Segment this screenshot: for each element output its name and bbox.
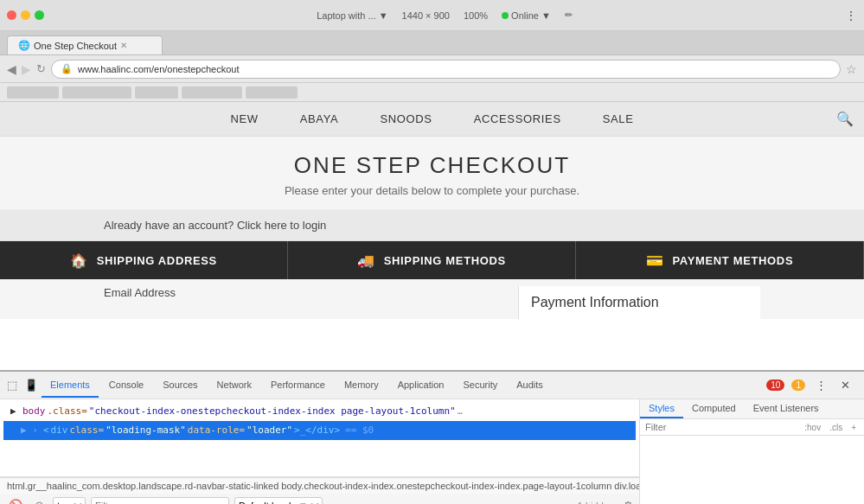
devtools-elements-area: ▶ body .class= "checkout-index-onestepch… — [0, 399, 639, 477]
nav-snoods[interactable]: SNOODS — [380, 112, 432, 125]
search-icon[interactable]: 🔍 — [836, 111, 854, 127]
back-btn[interactable]: ◀ — [7, 62, 16, 76]
dom-triangle-body[interactable]: ▶ — [10, 404, 21, 419]
console-settings-icon[interactable]: ⚙ — [623, 499, 634, 505]
inspect-element-icon[interactable]: ⬚ — [3, 377, 21, 394]
form-area: Email Address Payment Information — [0, 279, 864, 319]
devtools-left-pane: ▶ body .class= "checkout-index-onestepch… — [0, 399, 639, 504]
devtools-tab-memory[interactable]: Memory — [336, 373, 387, 398]
console-pane: 🚫 ⊘ top Default levels ▼ 1 hidden ⚙ — [0, 494, 639, 504]
styles-tab-computed[interactable]: Computed — [683, 399, 745, 418]
styles-filter-input[interactable] — [645, 422, 798, 432]
devtools-tab-audits[interactable]: Audits — [508, 373, 552, 398]
checkout-title: ONE STEP CHECKOUT — [0, 152, 864, 179]
dom-node-body[interactable]: ▶ body .class= "checkout-index-onestepch… — [3, 402, 636, 421]
styles-tab-event-listeners[interactable]: Event Listeners — [745, 399, 828, 418]
checkout-login-bar[interactable]: Already have an account? Click here to l… — [0, 210, 864, 241]
devtools-main-area: ▶ body .class= "checkout-index-onestepch… — [0, 399, 864, 504]
tab-title: One Step Checkout — [34, 41, 117, 51]
pseudo-cls-btn[interactable]: .cls — [827, 423, 845, 432]
site-nav: NEW ABAYA SNOODS ACCESSORIES SALE 🔍 — [0, 102, 864, 137]
bookmark-item — [7, 86, 59, 99]
error-count-badge: 10 — [766, 380, 784, 391]
minimize-window-btn[interactable] — [21, 10, 30, 20]
bookmark-item — [135, 86, 178, 99]
address-device-label: Laptop with ... ▼ — [317, 10, 387, 21]
console-filter-input[interactable] — [91, 497, 229, 505]
devtools-tab-console[interactable]: Console — [100, 373, 152, 398]
devtools-tab-network[interactable]: Network — [208, 373, 260, 398]
empty-tab-area[interactable] — [163, 35, 857, 54]
warn-count-badge: 1 — [791, 380, 805, 391]
devtools-tab-elements[interactable]: Elements — [42, 373, 99, 398]
close-window-btn[interactable] — [7, 10, 16, 20]
devtools-more-icon[interactable]: ⋮ — [812, 377, 829, 394]
devtools-tab-sources[interactable]: Sources — [154, 373, 206, 398]
address-dimensions: 1440 × 900 — [402, 10, 450, 21]
truck-icon: 🚚 — [357, 252, 375, 269]
maximize-window-btn[interactable] — [35, 10, 44, 20]
bookmark-item — [62, 86, 131, 99]
styles-panel: Styles Computed Event Listeners :hov .cl… — [639, 399, 864, 504]
reload-btn[interactable]: ↻ — [36, 62, 46, 75]
home-icon: 🏠 — [70, 252, 88, 269]
dom-tree: ▶ body .class= "checkout-index-onestepch… — [0, 399, 639, 476]
devtools-close-icon[interactable]: ✕ — [836, 377, 854, 394]
console-filter-toggle[interactable]: ⊘ — [31, 499, 48, 504]
bookmark-item — [182, 86, 242, 99]
browser-tabs: 🌐 One Step Checkout ✕ — [0, 31, 864, 55]
bookmark-icon[interactable]: ☆ — [846, 62, 857, 76]
checkout-header: ONE STEP CHECKOUT Please enter your deta… — [0, 137, 864, 210]
address-bar[interactable]: 🔒 www.haalinc.com/en/onestepcheckout — [51, 60, 841, 79]
address-zoom: 100% — [464, 10, 488, 21]
devtools-tab-bar-icons: 10 1 ⋮ ✕ — [766, 377, 861, 394]
browser-tab-0[interactable]: 🌐 One Step Checkout ✕ — [7, 35, 163, 54]
nav-accessories[interactable]: ACCESSORIES — [474, 112, 561, 125]
console-clear-icon[interactable]: 🚫 — [5, 499, 26, 504]
url-text: www.haalinc.com/en/onestepcheckout — [78, 64, 240, 74]
pseudo-hov-btn[interactable]: :hov — [802, 423, 823, 432]
dom-node-loading-mask[interactable]: ▶ › <div class="loading-mask" data-role=… — [3, 421, 636, 440]
creditcard-icon: 💳 — [646, 252, 664, 269]
devtools-tab-performance[interactable]: Performance — [262, 373, 334, 398]
step-label-0: SHIPPING ADDRESS — [97, 254, 217, 267]
devtools-tab-security[interactable]: Security — [454, 373, 506, 398]
checkout-steps: 🏠 SHIPPING ADDRESS 🚚 SHIPPING METHODS 💳 … — [0, 241, 864, 279]
address-connection: Online ▼ — [502, 10, 551, 21]
devtools-panel: ⬚ 📱 Elements Console Sources Network Per… — [0, 370, 864, 504]
bookmarks-bar — [0, 83, 864, 102]
email-label: Email Address — [104, 286, 518, 303]
checkout-subtitle: Please enter your details below to compl… — [0, 184, 864, 197]
step-label-1: SHIPPING METHODS — [384, 254, 506, 267]
step-label-2: PAYMENT METHODS — [672, 254, 793, 267]
devtools-tab-application[interactable]: Application — [389, 373, 453, 398]
website-area: NEW ABAYA SNOODS ACCESSORIES SALE 🔍 ONE … — [0, 102, 864, 370]
step-shipping-address[interactable]: 🏠 SHIPPING ADDRESS — [0, 241, 288, 279]
devtools-toolbar: ⬚ 📱 Elements Console Sources Network Per… — [0, 372, 864, 399]
breadcrumb-bar: html.gr__haalinc_com.desktop.landscape.r… — [0, 477, 639, 494]
more-options-icon[interactable]: ⋮ — [845, 9, 857, 22]
step-shipping-methods[interactable]: 🚚 SHIPPING METHODS — [288, 241, 576, 279]
address-bar-row: ◀ ▶ ↻ 🔒 www.haalinc.com/en/onestepchecko… — [0, 55, 864, 83]
console-context-select[interactable]: top — [53, 497, 86, 505]
equals-s0-indicator: == $0 — [345, 423, 374, 438]
payment-info-title: Payment Information — [531, 295, 748, 310]
console-level-select[interactable]: Default levels ▼ — [234, 497, 323, 505]
nav-new[interactable]: NEW — [230, 112, 258, 125]
device-mode-icon[interactable]: 📱 — [22, 377, 40, 394]
styles-tabs: Styles Computed Event Listeners — [640, 399, 864, 419]
console-filter-area — [91, 497, 229, 505]
step-payment-methods[interactable]: 💳 PAYMENT METHODS — [576, 241, 864, 279]
tab-close-icon[interactable]: ✕ — [120, 41, 127, 50]
dom-indicator-icon: ▶ › — [21, 423, 38, 438]
ssl-icon: 🔒 — [61, 63, 73, 74]
styles-tab-styles[interactable]: Styles — [640, 399, 683, 418]
pseudo-add-btn[interactable]: + — [848, 423, 859, 432]
nav-abaya[interactable]: ABAYA — [300, 112, 339, 125]
payment-info-panel: Payment Information — [518, 286, 760, 319]
tab-favicon: 🌐 — [18, 40, 30, 51]
nav-sale[interactable]: SALE — [603, 112, 634, 125]
hidden-count-badge: 1 hidden — [578, 501, 614, 505]
forward-btn[interactable]: ▶ — [22, 62, 31, 76]
console-toolbar: 🚫 ⊘ top Default levels ▼ 1 hidden ⚙ — [0, 494, 639, 504]
